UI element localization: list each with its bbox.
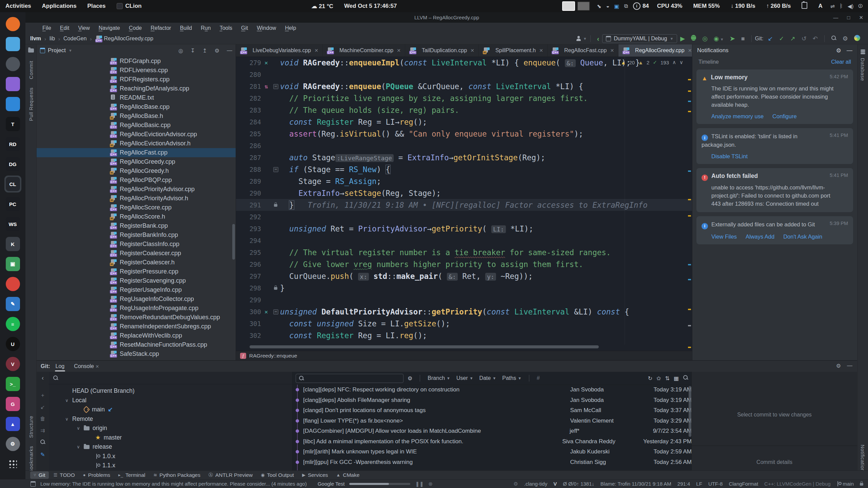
commit-row[interactable]: [clang][deps] NFC: Respect working direc… <box>292 385 692 395</box>
breadcrumb-item[interactable]: llvm <box>30 36 41 42</box>
tray-icon-1[interactable]: ⬊ <box>597 3 601 9</box>
menu-file[interactable]: File <box>38 24 55 32</box>
coverage-button[interactable]: ◉ ▼ <box>714 35 724 42</box>
hide-panel-button[interactable]: — <box>227 47 232 54</box>
fold-marker[interactable] <box>271 285 280 291</box>
go-to-hash-icon[interactable]: # <box>537 375 540 381</box>
code-line[interactable]: 295 // The virtual register number is a … <box>236 246 692 258</box>
gutter-icon[interactable]: ⇅ <box>261 83 271 90</box>
applications-menu[interactable]: Applications <box>37 3 82 9</box>
activities-button[interactable]: Activities <box>0 3 37 9</box>
fold-minus-icon[interactable]: − <box>273 84 278 89</box>
layout-icon[interactable]: ▦ <box>674 375 679 382</box>
notification-card[interactable]: 5:39 PMiExternally added files can be ad… <box>696 216 853 244</box>
project-view-select[interactable]: Project <box>48 47 66 54</box>
stripe-structure[interactable]: Structure <box>28 416 34 438</box>
notification-action-link[interactable]: Analyze memory use <box>711 113 764 120</box>
commit-row[interactable]: [libc] Add a minimal implementation of t… <box>292 436 692 447</box>
cherry-pick-icon[interactable]: ⇉ <box>40 427 45 434</box>
tree-file[interactable]: C++ReplaceWithVeclib.cpp <box>37 331 236 340</box>
caret-position-widget[interactable]: 291:4 <box>677 481 690 487</box>
chevron-down-icon[interactable]: ∨ <box>76 444 81 449</box>
v-widget[interactable]: V <box>553 481 557 487</box>
settings-button[interactable]: ⚙ <box>843 35 848 42</box>
code-line[interactable]: 292 <box>236 211 692 223</box>
intellisort-icon[interactable]: ✿ <box>656 375 661 382</box>
git-hide-button[interactable]: — <box>847 363 852 369</box>
horizontal-scrollbar[interactable] <box>250 345 599 348</box>
dock-settings-app[interactable]: ⚙ <box>6 437 20 451</box>
branch-item[interactable]: ★master <box>49 433 292 443</box>
pause-task-icon[interactable]: ❚❚ <box>415 481 423 487</box>
net-up-indicator[interactable]: ↑ 260 B/s <box>761 3 796 9</box>
toolwindow-problems[interactable]: ●Problems <box>80 471 114 479</box>
branch-item[interactable]: main↙ <box>49 405 292 414</box>
branch-item[interactable]: ∨Local <box>49 396 292 405</box>
breadcrumb-function[interactable]: RAGreedy::enqueue <box>249 353 297 359</box>
branch-item[interactable]: 1.1.x <box>49 461 292 470</box>
code-line[interactable]: 287 auto Stage:LiveRangeStage = ExtraInf… <box>236 151 692 163</box>
stripe-database[interactable]: Database <box>860 58 866 81</box>
search-branches-icon[interactable] <box>40 439 45 446</box>
dock-image-viewer[interactable]: ▣ <box>6 257 20 271</box>
clang-tidy-widget[interactable]: .clang-tidy <box>524 481 547 487</box>
filter-paths[interactable]: Paths▼ <box>502 375 521 381</box>
project-options-button[interactable]: ⚙ <box>215 47 219 54</box>
code-line[interactable]: 288− if (Stage == RS_New) { <box>236 163 692 175</box>
expand-all-button[interactable]: ↧ <box>191 47 195 54</box>
notification-action-link[interactable]: Disable TSLint <box>711 153 748 160</box>
format-widget[interactable]: ClangFormat <box>729 481 758 487</box>
tree-file[interactable]: HRegAllocBase.h <box>37 111 236 121</box>
cpu-indicator[interactable]: CPU 43% <box>652 3 688 9</box>
zoom-icon[interactable] <box>683 375 688 382</box>
collapse-panel-icon[interactable]: ‹ <box>42 374 44 382</box>
breadcrumb-item[interactable]: lib <box>50 36 55 42</box>
commit-row[interactable]: [flang] Lower TYPE(*) as fir.box<none>Va… <box>292 416 692 426</box>
fold-minus-icon[interactable]: − <box>273 309 278 314</box>
dock-app-grid[interactable] <box>6 457 20 471</box>
filter-branch[interactable]: Branch▼ <box>428 375 450 381</box>
edit-icon[interactable]: ✎ <box>40 451 45 458</box>
volume-icon[interactable]: ◀) <box>848 3 854 9</box>
git-rollback-button[interactable]: ↶ <box>813 35 818 42</box>
tree-file[interactable]: C++RDFRegisters.cpp <box>37 75 236 84</box>
tree-file[interactable]: C++ReachingDefAnalysis.cpp <box>37 84 236 93</box>
stripe-mark[interactable] <box>688 170 691 172</box>
code-line[interactable]: 301 const unsigned Size = LI.getSize(); <box>236 318 692 329</box>
git-push-button[interactable]: ↗ <box>790 35 795 42</box>
tree-file[interactable]: C++RegAllocBase.cpp <box>37 102 236 111</box>
tree-file[interactable]: C++RegAllocPriorityAdvisor.cpp <box>37 185 236 194</box>
filter-date[interactable]: Date▼ <box>479 375 496 381</box>
breadcrumb-item[interactable]: CodeGen <box>63 36 87 42</box>
network-icon[interactable]: ⇌ <box>830 3 835 9</box>
tree-file[interactable]: C++RDFLiveness.cpp <box>37 66 236 75</box>
dock-media-player[interactable]: V <box>6 357 20 371</box>
menu-view[interactable]: View <box>74 24 94 32</box>
window-title-bar[interactable]: LLVM – RegAllocGreedy.cpp — □ ✕ <box>25 12 868 23</box>
locate-file-button[interactable]: ◎ <box>178 47 183 54</box>
toolwindow-antlr-preview[interactable]: ⒶANTLR Preview <box>205 471 256 479</box>
tray-icon-2[interactable]: ◒ <box>606 3 610 9</box>
tab-close-icon[interactable]: ✕ <box>314 48 318 53</box>
tree-file[interactable]: C++RegAllocGreedy.cpp <box>37 157 236 166</box>
code-line[interactable]: 281⇅−void RAGreedy::enqueue(PQueue &CurQ… <box>236 80 692 92</box>
stripe-mark[interactable] <box>688 309 691 310</box>
toolwindow-todo[interactable]: ☰TODO <box>50 471 78 479</box>
notification-action-link[interactable]: Always Add <box>746 233 774 240</box>
clock[interactable]: Wed Oct 5 17:46:57 <box>339 3 402 9</box>
stripe-mark[interactable] <box>688 325 691 326</box>
search-everywhere-button[interactable] <box>831 35 836 42</box>
tree-file[interactable]: C++RegAllocFast.cpp <box>37 148 236 157</box>
notification-action-link[interactable]: View Files <box>711 233 737 240</box>
tree-file[interactable]: C++RenameIndependentSubregs.cpp <box>37 322 236 331</box>
notification-action-link[interactable]: Configure <box>772 113 797 120</box>
notification-card[interactable]: 5:41 PM!Auto fetch failedunable to acces… <box>696 168 853 212</box>
tab-close-icon[interactable]: ✕ <box>539 48 543 53</box>
tree-file[interactable]: C++RegisterScavenging.cpp <box>37 276 236 285</box>
code-line[interactable]: 284 const Register Reg = LI→reg(); <box>236 116 692 128</box>
dock-webstorm[interactable]: WS <box>6 217 20 231</box>
tree-file[interactable]: C++RegAllocPBQP.cpp <box>37 176 236 185</box>
build-icon[interactable]: ‹ <box>597 35 599 43</box>
code-line[interactable]: 300✕−unsigned DefaultPriorityAdvisor::ge… <box>236 306 692 318</box>
dock-photos-app[interactable]: ▲ <box>6 417 20 431</box>
